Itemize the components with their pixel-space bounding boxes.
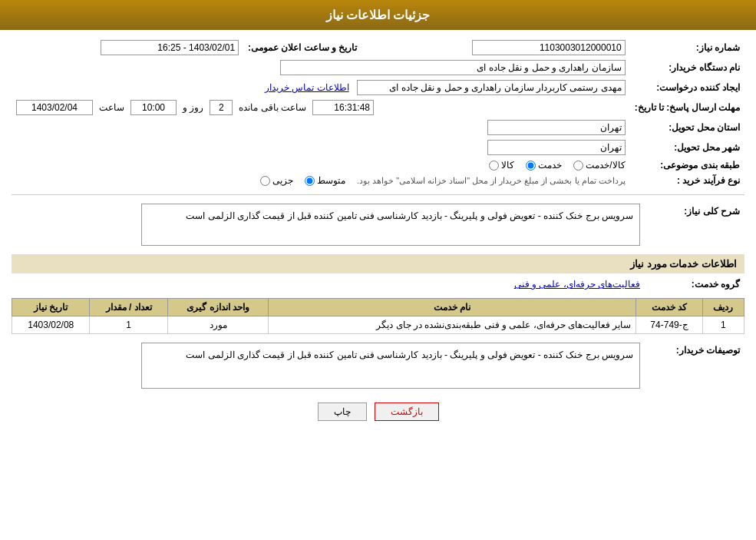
tosif-table: توصیفات خریدار: سرویس برج خنک کننده - تع… [12, 340, 744, 391]
no-farayand-cell: جزیی متوسط پرداخت تمام یا بخشی از مبلغ خ… [12, 173, 630, 188]
nam-dastgah-input[interactable] [280, 60, 626, 75]
page-title: جزئیات اطلاعات نیاز [326, 8, 431, 22]
farayand-note: پرداخت تمام یا بخشی از مبلغ خریدار از مح… [357, 176, 626, 186]
shahr-label: شهر محل تحویل: [630, 137, 744, 157]
divider1 [12, 194, 744, 195]
mohlat-label: مهلت ارسال پاسخ: تا تاریخ: [630, 98, 744, 118]
tamas-khrdar-link[interactable]: اطلاعات تماس خریدار [265, 82, 349, 93]
main-content: شماره نیاز: تاریخ و ساعت اعلان عمومی: نا… [0, 30, 756, 436]
farayand-motoset-label: متوسط [317, 175, 345, 186]
niaz-info-table: شماره نیاز: تاریخ و ساعت اعلان عمومی: نا… [12, 38, 744, 188]
tosif-box: سرویس برج خنک کننده - تعویض فولی و پلیری… [141, 343, 640, 389]
shahr-cell [12, 137, 630, 157]
tabaqe-kala-khadamat[interactable]: کالا/خدمت [573, 160, 625, 171]
sharhe-koli-box: سرویس برج خنک کننده - تعویض فولی و پلیری… [141, 204, 640, 246]
cell-tarikh: 1403/02/08 [12, 316, 90, 334]
mohlat-saat-label: ساعت [99, 102, 124, 113]
cell-tedad: 1 [90, 316, 167, 334]
ostan-label: استان محل تحویل: [630, 118, 744, 137]
cell-radif: 1 [702, 316, 744, 334]
farayand-jazee-label: جزیی [272, 175, 293, 186]
col-kod: کد خدمت [636, 299, 703, 316]
khadamat-section-header: اطلاعات خدمات مورد نیاز [12, 254, 744, 273]
tabaqe-khadamat-radio[interactable] [526, 161, 536, 171]
tarikhe-ealaan-input[interactable] [101, 40, 239, 55]
tarikhe-ealaan-label: تاریخ و ساعت اعلان عمومی: [243, 38, 374, 58]
ijad-konande-cell: مهدی رستمی کاربردار سازمان راهداری و حمل… [12, 78, 630, 98]
shomare-niaz-label: شماره نیاز: [630, 38, 744, 58]
sharhe-koli-cell: سرویس برج خنک کننده - تعویض فولی و پلیری… [12, 201, 645, 248]
cell-kod: ج-749-74 [636, 316, 703, 334]
grohe-khadamat-table: گروه خدمت: فعالیت‌های حرفه‌ای، علمی و فن… [12, 277, 744, 292]
sharhe-koli-label: شرح کلی نیاز: [645, 201, 744, 248]
col-tedad: تعداد / مقدار [90, 299, 167, 316]
page-wrapper: جزئیات اطلاعات نیاز شماره نیاز: تاریخ و … [0, 0, 756, 540]
tabaqe-khadamat-label: خدمت [538, 160, 562, 171]
grohe-khadamat-cell: فعالیت‌های حرفه‌ای، علمی و فنی [12, 277, 645, 292]
mohlat-baqi-input[interactable] [312, 100, 374, 115]
col-tarikh: تاریخ نیاز [12, 299, 90, 316]
farayand-motoset[interactable]: متوسط [305, 175, 345, 186]
print-button[interactable]: چاپ [318, 403, 367, 421]
mohlat-baqi-label: ساعت باقی مانده [239, 102, 306, 113]
tabaqe-label: طبقه بندی موضوعی: [630, 157, 744, 173]
shomare-niaz-cell [374, 38, 630, 58]
mohlat-roz-input[interactable] [210, 100, 233, 115]
shomare-niaz-input[interactable] [472, 40, 626, 55]
cell-nam: سایر فعالیت‌های حرفه‌ای، علمی و فنی طبقه… [269, 316, 636, 334]
col-vahed: واحد اندازه گیری [167, 299, 268, 316]
back-button[interactable]: بازگشت [375, 403, 439, 421]
btn-row: بازگشت چاپ [12, 403, 744, 421]
tabaqe-kala-radio[interactable] [489, 161, 499, 171]
mohlat-saat-input[interactable] [130, 100, 177, 115]
tabaqe-kala[interactable]: کالا [489, 160, 514, 171]
tosif-label: توصیفات خریدار: [645, 340, 744, 391]
tabaqe-khadamat[interactable]: خدمت [526, 160, 562, 171]
tarikhe-ealaan-cell [12, 38, 243, 58]
grohe-khadamat-value[interactable]: فعالیت‌های حرفه‌ای، علمی و فنی [514, 279, 640, 290]
sharh-table: شرح کلی نیاز: سرویس برج خنک کننده - تعوی… [12, 201, 744, 248]
tabaqe-kala-label: کالا [501, 160, 514, 171]
cell-vahed: مورد [167, 316, 268, 334]
farayand-jazee[interactable]: جزیی [260, 175, 293, 186]
table-row: 1 ج-749-74 سایر فعالیت‌های حرفه‌ای، علمی… [12, 316, 744, 334]
grohe-khadamat-label: گروه خدمت: [645, 277, 744, 292]
col-radif: ردیف [702, 299, 744, 316]
nam-dastgah-label: نام دستگاه خریدار: [630, 58, 744, 78]
tabaqe-kala-khadamat-label: کالا/خدمت [586, 160, 625, 171]
no-farayand-label: نوع فرآیند خرید : [630, 173, 744, 188]
col-nam: نام خدمت [269, 299, 636, 316]
mohlat-cell: ساعت باقی مانده روز و ساعت [12, 98, 630, 118]
nam-dastgah-cell [12, 58, 630, 78]
ijad-konande-input: مهدی رستمی کاربردار سازمان راهداری و حمل… [357, 80, 626, 95]
tosif-cell: سرویس برج خنک کننده - تعویض فولی و پلیری… [12, 340, 645, 391]
page-header: جزئیات اطلاعات نیاز [0, 0, 756, 30]
shahr-input[interactable] [487, 140, 626, 155]
farayand-jazee-radio[interactable] [260, 176, 270, 186]
mohlat-date-input[interactable] [16, 100, 93, 115]
farayand-motoset-radio[interactable] [305, 176, 315, 186]
ostan-cell [12, 118, 630, 137]
ijad-konande-label: ایجاد کننده درخواست: [630, 78, 744, 98]
service-table: ردیف کد خدمت نام خدمت واحد اندازه گیری ت… [12, 298, 744, 334]
tabaqe-kala-khadamat-radio[interactable] [573, 161, 583, 171]
tabaqe-cell: کالا خدمت کالا/خدمت [12, 157, 630, 173]
mohlat-roz-label: روز و [183, 102, 203, 113]
ostan-input[interactable] [487, 120, 626, 135]
